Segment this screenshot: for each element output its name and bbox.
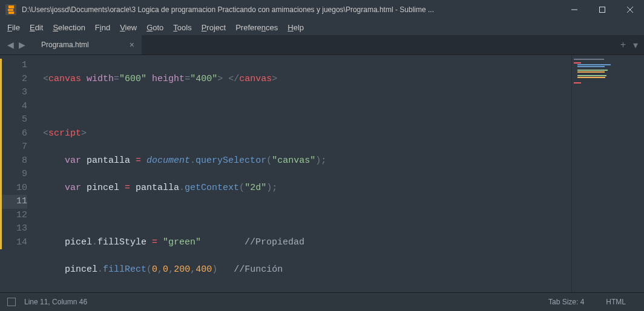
new-tab-icon[interactable]: + (620, 39, 626, 50)
tab-active[interactable]: Programa.html × (33, 35, 142, 54)
app-icon (2, 1, 19, 18)
maximize-button[interactable] (588, 0, 616, 19)
syntax-language[interactable]: HTML (595, 298, 637, 306)
menu-bar: File Edit Selection Find View Goto Tools… (0, 19, 644, 35)
minimap[interactable] (571, 55, 644, 292)
minimap-content (574, 59, 640, 84)
tab-label: Programa.html (41, 41, 89, 49)
menu-help[interactable]: Help (284, 21, 307, 34)
menu-project[interactable]: Project (198, 21, 229, 34)
tab-nav: ◀ ▶ (0, 35, 33, 54)
menu-goto[interactable]: Goto (143, 21, 167, 34)
tab-next-icon[interactable]: ▶ (16, 40, 28, 50)
title-bar: D:\Users\jossd\Documents\oracle\3 Logica… (0, 0, 644, 19)
menu-preferences[interactable]: Preferences (232, 21, 281, 34)
menu-edit[interactable]: Edit (26, 21, 47, 34)
tab-close-icon[interactable]: × (130, 40, 134, 50)
menu-tools[interactable]: Tools (169, 21, 195, 34)
tab-prev-icon[interactable]: ◀ (5, 40, 16, 50)
tab-menu-icon[interactable]: ▾ (633, 39, 638, 51)
code-area[interactable]: <canvas width="600" height="400"> </canv… (33, 55, 571, 292)
line-number-gutter: 1 2 3 4 5 6 7 8 9 10 11 12 13 14 (0, 55, 33, 292)
window-title: D:\Users\jossd\Documents\oracle\3 Logica… (22, 5, 560, 14)
menu-view[interactable]: View (116, 21, 140, 34)
menu-file[interactable]: File (4, 21, 24, 34)
close-button[interactable] (616, 0, 644, 19)
editor: 1 2 3 4 5 6 7 8 9 10 11 12 13 14 <canvas… (0, 55, 644, 292)
menu-find[interactable]: Find (91, 21, 114, 34)
menu-selection[interactable]: Selection (49, 21, 88, 34)
tab-bar: ◀ ▶ Programa.html × + ▾ (0, 35, 644, 55)
status-panel-icon[interactable] (7, 298, 16, 306)
window-controls (560, 0, 644, 19)
minimize-button[interactable] (560, 0, 588, 19)
svg-rect-2 (600, 7, 605, 13)
